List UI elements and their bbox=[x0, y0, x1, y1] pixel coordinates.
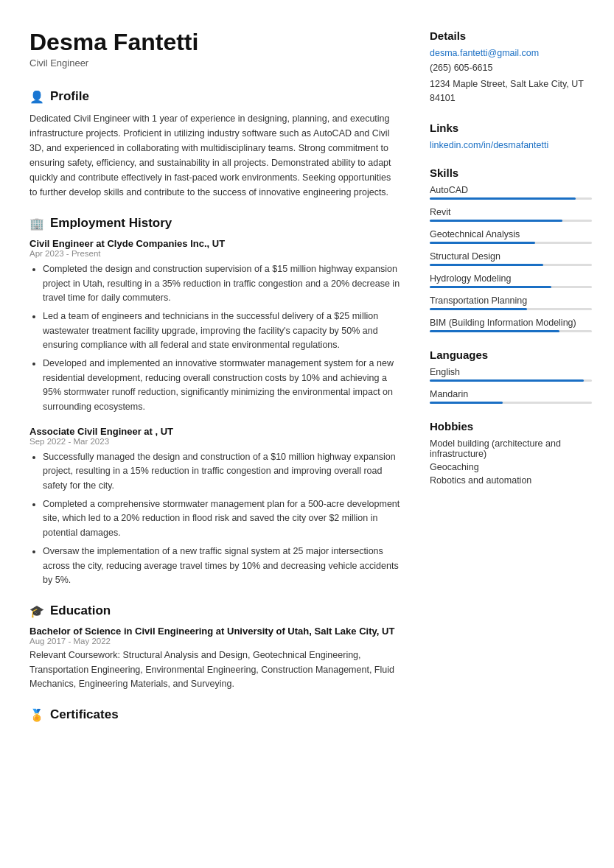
job-title: Civil Engineer at Clyde Companies Inc., … bbox=[29, 238, 400, 249]
job-bullets: Successfully managed the design and cons… bbox=[29, 450, 400, 587]
languages-list: EnglishMandarin bbox=[430, 367, 592, 404]
hobby-item: Robotics and automation bbox=[430, 475, 592, 486]
education-section: 🎓 Education Bachelor of Science in Civil… bbox=[29, 603, 400, 691]
certificates-section: 🏅 Certificates bbox=[29, 707, 400, 722]
skill-bar-fill bbox=[430, 220, 562, 222]
candidate-name: Desma Fantetti bbox=[29, 29, 400, 55]
language-bar-fill bbox=[430, 402, 503, 404]
skill-item: BIM (Building Information Modeling) bbox=[430, 318, 592, 332]
languages-section: Languages EnglishMandarin bbox=[430, 349, 592, 404]
details-section: Details desma.fantetti@gmail.com (265) 6… bbox=[430, 29, 592, 105]
skill-bar-fill bbox=[430, 308, 527, 310]
skill-name: Revit bbox=[430, 207, 592, 217]
profile-icon: 👤 bbox=[29, 90, 44, 104]
hobby-item: Geocaching bbox=[430, 462, 592, 472]
languages-title: Languages bbox=[430, 349, 592, 361]
language-name: Mandarin bbox=[430, 389, 592, 399]
skill-name: Hydrology Modeling bbox=[430, 273, 592, 284]
skill-bar-fill bbox=[430, 264, 543, 266]
phone-number: (265) 605-6615 bbox=[430, 63, 592, 73]
edu-item: Bachelor of Science in Civil Engineering… bbox=[29, 626, 400, 691]
links-title: Links bbox=[430, 122, 592, 134]
skill-name: Geotechnical Analysis bbox=[430, 229, 592, 239]
hobbies-section: Hobbies Model building (architecture and… bbox=[430, 420, 592, 486]
resume-page: Desma Fantetti Civil Engineer 👤 Profile … bbox=[0, 0, 614, 768]
profile-section-title: 👤 Profile bbox=[29, 89, 400, 104]
profile-section: 👤 Profile Dedicated Civil Engineer with … bbox=[29, 89, 400, 200]
right-column: Details desma.fantetti@gmail.com (265) 6… bbox=[430, 29, 592, 738]
edu-degree: Bachelor of Science in Civil Engineering… bbox=[29, 626, 400, 637]
job-dates: Apr 2023 - Present bbox=[29, 249, 400, 258]
edu-dates: Aug 2017 - May 2022 bbox=[29, 637, 400, 645]
skill-name: Transportation Planning bbox=[430, 295, 592, 306]
language-item: English bbox=[430, 367, 592, 382]
hobbies-title: Hobbies bbox=[430, 420, 592, 433]
header-section: Desma Fantetti Civil Engineer bbox=[29, 29, 400, 69]
skill-bar-bg bbox=[430, 197, 592, 200]
email-link[interactable]: desma.fantetti@gmail.com bbox=[430, 48, 592, 58]
job-bullet: Successfully managed the design and cons… bbox=[43, 450, 400, 493]
jobs-list: Civil Engineer at Clyde Companies Inc., … bbox=[29, 238, 400, 587]
job-bullets: Completed the design and construction su… bbox=[29, 262, 400, 414]
skill-item: AutoCAD bbox=[430, 185, 592, 200]
employment-section-title: 🏢 Employment History bbox=[29, 216, 400, 231]
skill-bar-fill bbox=[430, 197, 576, 200]
hobby-item: Model building (architecture and infrast… bbox=[430, 438, 592, 459]
skill-bar-bg bbox=[430, 242, 592, 244]
skills-title: Skills bbox=[430, 167, 592, 179]
language-item: Mandarin bbox=[430, 389, 592, 404]
job-bullet: Completed the design and construction su… bbox=[43, 262, 400, 305]
skill-bar-bg bbox=[430, 264, 592, 266]
skill-bar-fill bbox=[430, 330, 559, 332]
language-bar-fill bbox=[430, 379, 584, 382]
language-name: English bbox=[430, 367, 592, 377]
skill-item: Hydrology Modeling bbox=[430, 273, 592, 288]
skill-item: Revit bbox=[430, 207, 592, 222]
employment-icon: 🏢 bbox=[29, 217, 44, 231]
skills-list: AutoCADRevitGeotechnical AnalysisStructu… bbox=[430, 185, 592, 332]
job-dates: Sep 2022 - Mar 2023 bbox=[29, 437, 400, 446]
skill-bar-fill bbox=[430, 242, 535, 244]
skill-name: Structural Design bbox=[430, 251, 592, 262]
left-column: Desma Fantetti Civil Engineer 👤 Profile … bbox=[29, 29, 400, 738]
language-bar-bg bbox=[430, 402, 592, 404]
skill-name: AutoCAD bbox=[430, 185, 592, 195]
skill-bar-fill bbox=[430, 286, 551, 288]
education-list: Bachelor of Science in Civil Engineering… bbox=[29, 626, 400, 691]
candidate-title: Civil Engineer bbox=[29, 57, 400, 69]
skill-name: BIM (Building Information Modeling) bbox=[430, 318, 592, 328]
certificates-icon: 🏅 bbox=[29, 708, 44, 722]
address: 1234 Maple Street, Salt Lake City, UT 84… bbox=[430, 77, 592, 105]
job-item: Associate Civil Engineer at , UTSep 2022… bbox=[29, 426, 400, 587]
language-bar-bg bbox=[430, 379, 592, 382]
skill-bar-bg bbox=[430, 330, 592, 332]
skills-section: Skills AutoCADRevitGeotechnical Analysis… bbox=[430, 167, 592, 332]
education-icon: 🎓 bbox=[29, 604, 44, 618]
job-bullet: Completed a comprehensive stormwater man… bbox=[43, 497, 400, 540]
skill-item: Geotechnical Analysis bbox=[430, 229, 592, 244]
hobbies-list: Model building (architecture and infrast… bbox=[430, 438, 592, 486]
skill-item: Transportation Planning bbox=[430, 295, 592, 310]
skill-bar-bg bbox=[430, 220, 592, 222]
links-list: linkedin.com/in/desmafantetti bbox=[430, 140, 592, 150]
links-section: Links linkedin.com/in/desmafantetti bbox=[430, 122, 592, 150]
skill-item: Structural Design bbox=[430, 251, 592, 266]
linkedin-link[interactable]: linkedin.com/in/desmafantetti bbox=[430, 140, 592, 150]
certificates-section-title: 🏅 Certificates bbox=[29, 707, 400, 722]
employment-section: 🏢 Employment History Civil Engineer at C… bbox=[29, 216, 400, 587]
job-bullet: Led a team of engineers and technicians … bbox=[43, 309, 400, 352]
skill-bar-bg bbox=[430, 286, 592, 288]
job-bullet: Oversaw the implementation of a new traf… bbox=[43, 545, 400, 587]
details-title: Details bbox=[430, 29, 592, 42]
job-bullet: Developed and implemented an innovative … bbox=[43, 357, 400, 414]
education-section-title: 🎓 Education bbox=[29, 603, 400, 618]
skill-bar-bg bbox=[430, 308, 592, 310]
job-item: Civil Engineer at Clyde Companies Inc., … bbox=[29, 238, 400, 414]
edu-coursework: Relevant Coursework: Structural Analysis… bbox=[29, 648, 400, 691]
job-title: Associate Civil Engineer at , UT bbox=[29, 426, 400, 437]
profile-text: Dedicated Civil Engineer with 1 year of … bbox=[29, 111, 400, 200]
